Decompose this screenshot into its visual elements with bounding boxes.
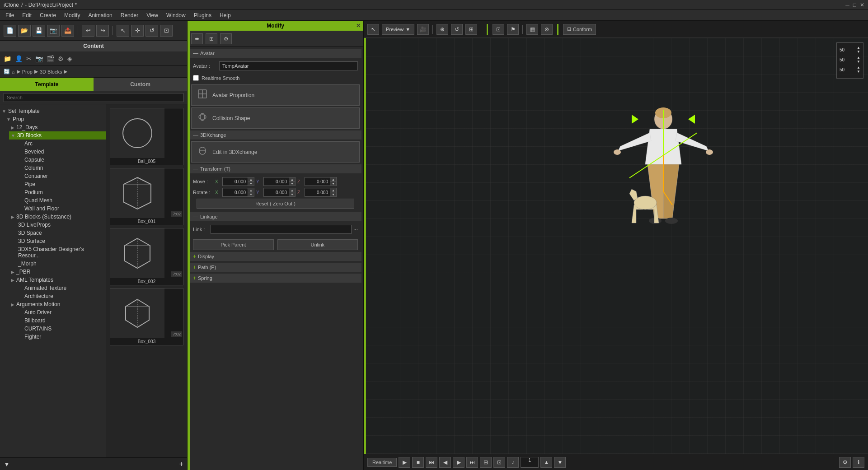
collision-shape-btn[interactable]: Collision Shape [191, 107, 360, 129]
rotate-btn[interactable]: ↺ [145, 25, 158, 37]
open-btn[interactable]: 📂 [18, 25, 31, 37]
play-btn[interactable]: ▶ [399, 457, 410, 468]
tree-leaf-billboard[interactable]: Billboard [15, 316, 106, 325]
link-input[interactable] [211, 225, 352, 234]
display-section-header[interactable]: + Display [189, 252, 361, 261]
3dxchange-section-header[interactable]: — 3DXchange [189, 130, 361, 140]
thumb-box001[interactable]: 7:02 Box_001 [110, 168, 183, 225]
modify-tool-3[interactable]: ⚙ [220, 33, 232, 44]
rot-y-down[interactable]: ▼ [289, 192, 295, 196]
screenshot-btn[interactable]: 📷 [47, 25, 60, 37]
vp-tool5[interactable]: ⚑ [507, 24, 519, 35]
rot-x-input[interactable] [223, 189, 248, 196]
modify-tool-2[interactable]: ⊞ [206, 33, 217, 44]
rot-z-input[interactable] [305, 189, 330, 196]
nav-folder-icon[interactable]: 📁 [4, 55, 11, 62]
move-z-up[interactable]: ▲ [330, 177, 336, 181]
scale-btn[interactable]: ⊡ [160, 25, 173, 37]
vp-select-mode[interactable]: ↖ [367, 24, 379, 35]
move-y-down[interactable]: ▼ [289, 181, 295, 186]
vp-preview-btn[interactable]: Preview ▼ [382, 24, 414, 35]
menu-plugins[interactable]: Plugins [190, 11, 215, 19]
rot-x-down[interactable]: ▼ [248, 192, 254, 196]
frame-input[interactable]: 1 [521, 457, 539, 468]
tree-item-arguments-motion[interactable]: ▶Arguments Motion [9, 300, 106, 308]
select-btn[interactable]: ↖ [117, 25, 129, 37]
tree-item-set-template[interactable]: ▼Set Template [0, 107, 106, 115]
tree-leaf-curtains[interactable]: CURTAINS [15, 325, 106, 333]
tree-leaf-architecture[interactable]: Architecture [15, 292, 106, 300]
tree-leaf-quadmesh[interactable]: Quad Mesh [15, 196, 106, 205]
menu-edit[interactable]: Edit [19, 11, 35, 19]
thumb-ball005[interactable]: Ball_005 [110, 108, 183, 165]
move-x-input[interactable] [223, 178, 248, 185]
tree-leaf-fighter[interactable]: Fighter [15, 333, 106, 341]
prev-frame-btn[interactable]: ⏮ [426, 457, 437, 468]
rot-x-up[interactable]: ▲ [248, 188, 254, 192]
tree-leaf-beveled[interactable]: Beveled [15, 148, 106, 156]
thumb-box002[interactable]: 7:02 Box_002 [110, 228, 183, 285]
nav-camera-icon[interactable]: 📷 [35, 55, 43, 62]
tree-item-prop[interactable]: ▼Prop [5, 115, 106, 123]
reset-zero-out-btn[interactable]: Reset ( Zero Out ) [197, 199, 354, 209]
vp-tool3[interactable]: ⊞ [465, 24, 477, 35]
avatar-proportion-btn[interactable]: Avatar Proportion [191, 84, 360, 106]
tree-item-3dblocks-substance[interactable]: ▶3D Blocks (Substance) [9, 213, 106, 221]
save-btn[interactable]: 💾 [33, 25, 45, 37]
close-btn[interactable]: ✕ [860, 2, 864, 8]
next-frame-btn[interactable]: ⏭ [466, 457, 478, 468]
menu-help[interactable]: Help [216, 11, 235, 19]
menu-animation[interactable]: Animation [84, 11, 116, 19]
realtime-smooth-checkbox[interactable] [193, 75, 199, 81]
menu-file[interactable]: File [2, 11, 18, 19]
audio-btn[interactable]: ♪ [507, 457, 519, 468]
tree-leaf-3dx5[interactable]: 3DX5 Character Designer's Resour... [9, 245, 106, 260]
move-z-down[interactable]: ▼ [330, 181, 336, 186]
tree-leaf-animated-texture[interactable]: Animated Texture [15, 284, 106, 292]
redo-btn[interactable]: ↪ [96, 25, 109, 37]
tree-item-12days[interactable]: ▶12_Days [9, 123, 106, 131]
tree-leaf-capsule[interactable]: Capsule [15, 156, 106, 164]
move-y-input[interactable] [264, 178, 289, 185]
settings-btn[interactable]: ⚙ [839, 457, 851, 468]
minimize-btn[interactable]: ─ [845, 2, 849, 8]
move-y-up[interactable]: ▲ [289, 177, 295, 181]
next-btn[interactable]: ▶ [453, 457, 464, 468]
rot-y-up[interactable]: ▲ [289, 188, 295, 192]
tree-leaf-arc[interactable]: Arc [15, 140, 106, 148]
tree-leaf-3dliveprops[interactable]: 3D LiveProps [9, 221, 106, 229]
breadcrumb-prop[interactable]: Prop [22, 69, 33, 74]
vp-tool6[interactable]: ▦ [526, 24, 538, 35]
breadcrumb-home[interactable]: ⌂ [12, 69, 15, 74]
avatar-input[interactable] [219, 61, 358, 70]
nav-person-icon[interactable]: 👤 [15, 55, 23, 62]
tree-leaf-pipe[interactable]: Pipe [15, 180, 106, 188]
vp-tool4[interactable]: ⊡ [493, 24, 504, 35]
tree-item-3dblocks[interactable]: ▼3D Blocks [9, 131, 106, 140]
vp-tool1[interactable]: ⊕ [436, 24, 448, 35]
tree-leaf-wallandfloor[interactable]: Wall and Floor [15, 205, 106, 213]
tree-item-aml[interactable]: ▶AML Templates [9, 276, 106, 284]
maximize-btn[interactable]: □ [853, 2, 856, 8]
frame-up-btn[interactable]: ▲ [540, 457, 552, 468]
stop-btn[interactable]: ■ [412, 457, 424, 468]
export-btn[interactable]: 📤 [61, 25, 74, 37]
vp-camera-icon-btn[interactable]: 🎥 [417, 24, 429, 35]
menu-modify[interactable]: Modify [61, 11, 84, 19]
new-btn[interactable]: 📄 [4, 25, 16, 37]
move-z-input[interactable] [305, 178, 330, 185]
rot-z-up[interactable]: ▲ [330, 188, 336, 192]
subtitles-btn[interactable]: ⊡ [493, 457, 505, 468]
tree-leaf-container[interactable]: Container [15, 172, 106, 180]
pick-parent-btn[interactable]: Pick Parent [193, 239, 274, 250]
tree-leaf-morph[interactable]: _Morph [9, 260, 106, 268]
move-x-down[interactable]: ▼ [248, 181, 254, 186]
link-dots-btn[interactable]: ··· [353, 226, 358, 233]
tree-leaf-column[interactable]: Column [15, 164, 106, 172]
move-btn[interactable]: ✛ [131, 25, 144, 37]
move-x-up[interactable]: ▲ [248, 177, 254, 181]
breadcrumb-3dblocks[interactable]: 3D Blocks [40, 69, 62, 74]
path-section-header[interactable]: + Path (P) [189, 263, 361, 272]
template-tab[interactable]: Template [0, 78, 94, 91]
tree-leaf-3dsurface[interactable]: 3D Surface [9, 237, 106, 245]
